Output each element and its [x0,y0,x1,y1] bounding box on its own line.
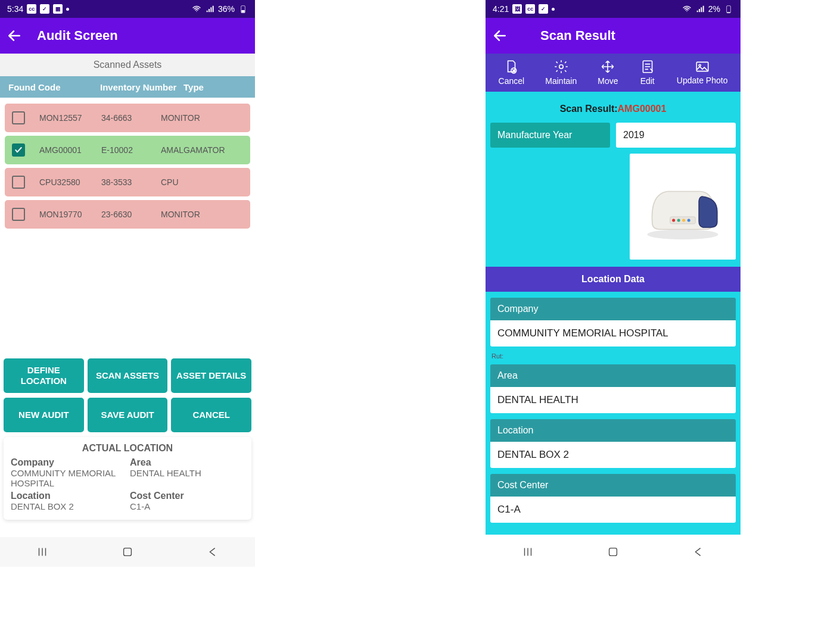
location-value[interactable]: DENTAL BOX 2 [490,442,736,468]
manufacture-year-label: Manufacture Year [490,123,610,148]
cost-center-label: Cost Center [490,474,736,497]
clock: 4:21 [493,4,509,14]
checkbox[interactable] [12,143,25,157]
nav-recents-icon[interactable] [36,545,49,558]
svg-rect-4 [727,12,730,13]
status-icon: cc [525,4,535,14]
header-code: Code [38,82,100,92]
wifi-icon [192,4,201,14]
scan-result-body: Scan Result:AMG00001 Manufacture Year 20… [486,92,741,535]
update-photo-label: Update Photo [677,76,728,85]
cell-inventory: E-10002 [101,145,161,155]
table-row[interactable]: MON19770 23-6630 MONITOR [5,200,250,229]
header-type: Type [183,82,255,92]
back-button[interactable] [6,27,23,44]
save-audit-button[interactable]: SAVE AUDIT [88,398,168,432]
button-grid: DEFINE LOCATION SCAN ASSETS ASSET DETAIL… [0,358,255,520]
status-icon: ✓ [539,4,548,14]
battery-percent: 36% [218,4,235,14]
scan-result-heading: Scan Result:AMG00001 [490,104,736,114]
cell-inventory: 34-6663 [101,113,161,123]
edit-label: Edit [640,76,655,86]
cost-center-value[interactable]: C1-A [490,497,736,523]
svg-point-6 [559,65,563,69]
cell-type: AMALGAMATOR [161,145,250,155]
signal-icon [205,4,214,14]
cancel-action[interactable]: Cancel [499,58,525,86]
scan-assets-button[interactable]: SCAN ASSETS [88,358,168,393]
cell-inventory: 38-3533 [101,177,161,187]
company-label: Company [490,298,736,320]
header-inventory: Inventory Number [100,82,183,92]
scanned-assets-label: Scanned Assets [0,54,255,76]
svg-point-10 [648,229,718,239]
area-label: Area [490,364,736,387]
cell-type: CPU [161,177,250,187]
nav-home-icon[interactable] [606,545,620,558]
cell-inventory: 23-6630 [101,210,161,219]
location-label: Location [490,419,736,442]
table-row[interactable]: CPU32580 38-3533 CPU [5,168,250,196]
table-row[interactable]: MON12557 34-6663 MONITOR [5,104,250,132]
nav-home-icon[interactable] [121,545,134,558]
scan-result-phone: 4:21 🖼 cc ✓ 2% Scan Result Cancel Mainta… [486,0,741,567]
audit-screen-phone: 5:34 cc ✓ ▦ 36% Audit Screen Scanned Ass… [0,0,255,567]
document-cancel-icon [503,58,519,75]
status-bar: 5:34 cc ✓ ▦ 36% [0,0,255,18]
nav-recents-icon[interactable] [521,545,534,558]
gear-icon [553,58,570,75]
scan-result-label: Scan Result: [560,104,618,114]
define-location-button[interactable]: DEFINE LOCATION [4,358,84,393]
update-photo-action[interactable]: Update Photo [677,58,728,86]
nav-back-icon[interactable] [206,545,219,558]
page-title: Scan Result [540,28,615,43]
table-header: Found Code Inventory Number Type [0,76,255,98]
maintain-action[interactable]: Maintain [545,58,577,86]
status-icon: ▦ [53,4,63,14]
battery-percent: 2% [708,4,720,14]
svg-rect-1 [241,10,244,13]
table-row[interactable]: AMG00001 E-10002 AMALGAMATOR [5,136,250,164]
cancel-button[interactable]: CANCEL [171,398,251,432]
move-label: Move [598,76,618,86]
asset-details-button[interactable]: ASSET DETAILS [171,358,251,393]
edit-icon [639,58,656,75]
company-value[interactable]: COMMUNITY MEMORIAL HOSPITAL [490,320,736,347]
battery-icon [238,4,248,14]
manufacture-year-value[interactable]: 2019 [616,123,736,148]
status-bar: 4:21 🖼 cc ✓ 2% [486,0,741,18]
area-value[interactable]: DENTAL HEALTH [490,387,736,413]
svg-point-12 [672,219,675,221]
android-nav-bar [0,537,255,567]
move-icon [599,58,616,75]
cell-type: MONITOR [161,210,250,219]
checkbox[interactable] [12,176,25,189]
edit-action[interactable]: Edit [639,58,656,86]
android-nav-bar [486,537,741,567]
actual-location-card: ACTUAL LOCATION Company COMMUNITY MEMORI… [4,437,251,520]
move-action[interactable]: Move [598,58,618,86]
back-button[interactable] [491,27,508,44]
signal-icon [695,4,705,14]
area-label: Area [130,457,244,468]
actual-location-title: ACTUAL LOCATION [11,443,244,454]
svg-point-13 [677,219,680,221]
svg-rect-16 [609,548,617,556]
maintain-label: Maintain [545,76,577,86]
area-value: DENTAL HEALTH [130,468,244,478]
status-icon: ✓ [40,4,49,14]
asset-photo[interactable] [630,154,736,260]
checkbox[interactable] [12,111,25,124]
nav-back-icon[interactable] [692,545,705,558]
header-found: Found [0,82,38,92]
svg-rect-3 [727,6,731,13]
status-icon: 🖼 [512,4,522,14]
checkbox[interactable] [12,208,25,221]
status-dot-icon [552,8,555,11]
cost-center-value: C1-A [130,501,244,511]
svg-point-14 [682,219,685,221]
page-title: Audit Screen [37,28,118,43]
new-audit-button[interactable]: NEW AUDIT [4,398,84,432]
cost-center-field: Cost Center C1-A [490,474,736,523]
location-field: Location DENTAL BOX 2 [490,419,736,468]
